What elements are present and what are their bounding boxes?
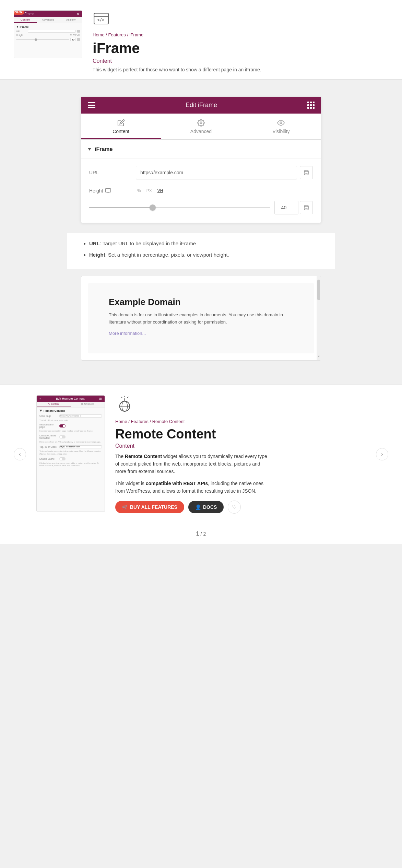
unit-btn-percent[interactable]: % <box>136 188 142 194</box>
url-label: URL <box>89 170 130 175</box>
remote-incorporate-note: Insert remote content in page html or si… <box>39 430 102 433</box>
buy-all-features-button[interactable]: 🛒 BUY ALL FEATURES <box>115 501 184 513</box>
prev-arrow-button[interactable]: ‹ <box>14 448 26 460</box>
remote-thumb-body: Remote Content Url of page https://www.d… <box>37 408 105 471</box>
remote-section-row: Remote Content <box>39 409 102 412</box>
svg-point-4 <box>280 122 282 124</box>
remote-breadcrumb-features: Features <box>131 419 149 424</box>
breadcrumb-sep1: / <box>106 32 108 37</box>
remote-breadcrumb-sep1: / <box>128 419 131 424</box>
remote-tag-label: Tag, ID or Class <box>39 446 58 448</box>
remote-url-label: Url of page <box>39 415 58 417</box>
remote-thumb-title: Edit Remote Content <box>56 397 85 400</box>
editor-tabs: Content Advanced Visibility <box>81 114 321 140</box>
tab-content-label: Content <box>113 129 129 134</box>
thumb-url-input <box>28 30 76 33</box>
docs-button[interactable]: 👤 DOCS <box>188 501 224 513</box>
svg-line-13 <box>121 397 122 398</box>
remote-incorporate-label: Incorporate in page <box>39 423 58 428</box>
remote-section-label: Remote Content <box>44 409 65 412</box>
svg-point-5 <box>304 170 308 172</box>
editor-panel: Edit iFrame Content Advanc <box>81 97 321 223</box>
new-badge: NEW <box>14 10 24 15</box>
more-info-link[interactable]: More information... <box>109 331 146 336</box>
height-input-wrap: % PX VH <box>136 188 313 194</box>
remote-section-arrow <box>39 410 42 412</box>
thumb-url-label: URL <box>16 30 26 33</box>
accordion-header[interactable]: iFrame <box>81 140 321 159</box>
remote-thumb-tab-content: ✎ Content <box>37 402 71 407</box>
breadcrumb-current: iFrame <box>130 32 143 37</box>
remote-info: Home / Features / Remote Content Remote … <box>115 395 366 514</box>
cart-icon: 🛒 <box>122 504 128 510</box>
remote-title: Remote Content <box>115 427 366 442</box>
unit-btn-vh[interactable]: VH <box>156 188 165 194</box>
cta-buttons: 🛒 BUY ALL FEATURES 👤 DOCS ♡ <box>115 501 366 514</box>
slider-row <box>81 201 321 223</box>
remote-cache-toggle <box>59 457 66 460</box>
docs-label: DOCS <box>203 504 217 510</box>
remote-tag-input: style, elementor-elem <box>59 445 102 448</box>
monitor-icon <box>105 188 111 193</box>
thumb-slider <box>16 39 69 40</box>
thumb-height-field: Height % PX VH <box>16 34 80 36</box>
tab-advanced[interactable]: Advanced <box>161 114 241 139</box>
scrollbar-thumb <box>317 280 320 300</box>
editor-section: Edit iFrame Content Advanc <box>0 86 402 233</box>
thumb-section-title: ▼ iFrame <box>16 25 80 28</box>
favorite-button[interactable]: ♡ <box>228 501 241 514</box>
bullet-url-bold: URL <box>89 241 100 246</box>
url-input[interactable] <box>136 166 297 179</box>
thumb-slider-row: 40 <box>16 38 80 41</box>
buy-label: BUY ALL FEATURES <box>130 504 177 510</box>
slider-knob[interactable] <box>150 204 156 211</box>
eye-icon <box>277 119 285 127</box>
url-db-button[interactable] <box>300 166 313 179</box>
pagination-current: 1 <box>196 531 199 537</box>
info-bullets-list: URL: Target URL to be displayed in the i… <box>81 240 321 259</box>
tab-advanced-label: Advanced <box>190 129 212 134</box>
pagination: 1 / 2 <box>0 524 402 544</box>
bullet-url: URL: Target URL to be displayed in the i… <box>89 240 321 248</box>
database-icon-2 <box>304 205 309 210</box>
top-section: NEW Edit iFrame ✕ Content Advanced Visib… <box>0 0 402 80</box>
iframe-preview-thumbnail: NEW Edit iFrame ✕ Content Advanced Visib… <box>14 10 82 58</box>
domain-title: Example Domain <box>109 297 293 307</box>
unit-btn-px[interactable]: PX <box>145 188 153 194</box>
hamburger-icon[interactable] <box>88 102 95 108</box>
svg-point-9 <box>304 205 308 207</box>
heart-icon: ♡ <box>232 504 237 510</box>
next-arrow-button[interactable]: › <box>376 448 388 460</box>
spacer-2 <box>0 367 402 374</box>
docs-icon: 👤 <box>195 504 201 510</box>
grid-icon[interactable] <box>307 102 314 109</box>
remote-thumb-grid: ⊞ <box>99 397 102 400</box>
height-slider[interactable] <box>89 207 270 208</box>
height-db-button[interactable] <box>300 201 313 214</box>
remote-content-icon <box>115 395 134 414</box>
remote-thumb-menu: ≡ <box>39 397 41 400</box>
height-form-row: Height % PX VH <box>89 188 313 194</box>
pencil-icon <box>117 119 125 127</box>
remote-json-label: Data are JSON formatted <box>39 434 58 439</box>
svg-point-3 <box>200 122 202 124</box>
remote-cache-knob <box>60 458 62 460</box>
remote-thumb-tabs: ✎ Content ⚙ Advanced <box>37 402 105 408</box>
remote-url-note: The full URL of page to include <box>39 419 102 422</box>
tab-visibility[interactable]: Visibility <box>241 114 321 139</box>
iframe-icon: </> <box>93 10 110 27</box>
editor-header: Edit iFrame <box>81 97 321 114</box>
height-number-input[interactable] <box>274 201 298 214</box>
tab-visibility-label: Visibility <box>272 129 289 134</box>
iframe-scrollbar[interactable]: ▾ <box>317 276 321 360</box>
database-icon <box>304 170 309 175</box>
breadcrumb-home: Home <box>93 32 105 37</box>
breadcrumb-features: Features <box>108 32 126 37</box>
tab-content[interactable]: Content <box>81 114 161 139</box>
accordion-arrow-icon <box>88 148 91 151</box>
bullet-height-text: : Set a height in percentage, pixels, or… <box>105 252 229 258</box>
thumb-height-label: Height <box>16 34 26 36</box>
thumb-url-field: URL <box>16 30 80 33</box>
remote-field-json: Data are JSON formatted <box>39 434 102 439</box>
remote-desc-2: This widget is compatible with REST APIs… <box>115 480 270 495</box>
